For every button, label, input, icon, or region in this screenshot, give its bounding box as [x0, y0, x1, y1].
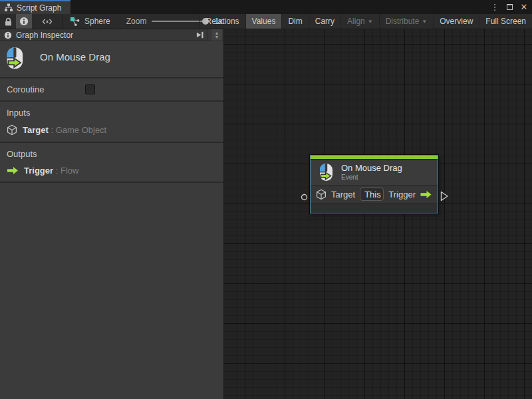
outputs-section: Outputs Trigger : Flow: [0, 143, 223, 183]
code-view-button[interactable]: [32, 14, 63, 29]
info-icon: [19, 17, 29, 26]
inputs-section: Inputs Target : Game Object: [0, 102, 223, 143]
node-footer: [311, 203, 438, 213]
graph-inspector-header: Graph Inspector ▲ ▼: [0, 29, 223, 41]
node-title: On Mouse Drag: [341, 163, 402, 174]
dock-right-icon: [196, 31, 204, 39]
info-icon: [4, 31, 12, 39]
panel-title: Graph Inspector: [16, 31, 189, 40]
input-port-definition: Target : Game Object: [7, 124, 217, 136]
context-label: Sphere: [84, 17, 110, 26]
inputs-heading: Inputs: [7, 108, 217, 118]
trigger-port[interactable]: Trigger: [388, 190, 432, 200]
chevron-down-icon: ▼: [422, 19, 427, 25]
carry-button[interactable]: Carry: [309, 14, 340, 29]
align-dropdown[interactable]: Align ▼: [340, 14, 379, 29]
target-value-chip[interactable]: This: [360, 188, 384, 201]
flow-arrow-icon: [420, 190, 432, 199]
lock-icon: [3, 17, 13, 27]
outputs-heading: Outputs: [7, 149, 217, 159]
toolbar-left-group: [0, 14, 63, 29]
tab-bar: Script Graph ⋮ ✕: [0, 0, 532, 14]
trigger-port-label: Trigger: [388, 190, 416, 200]
node-header[interactable]: On Mouse Drag Event: [311, 160, 438, 186]
inspector-toggle-button[interactable]: [16, 14, 32, 29]
graph-context-breadcrumb[interactable]: Sphere: [63, 14, 120, 29]
dim-button[interactable]: Dim: [281, 14, 308, 29]
panel-scroll-stepper[interactable]: ▲ ▼: [211, 29, 222, 41]
window-controls: ⋮ ✕: [489, 0, 529, 14]
coroutine-label: Coroutine: [7, 84, 85, 94]
inspector-empty-area: [0, 183, 223, 399]
coroutine-row: Coroutine: [0, 78, 223, 102]
zoom-label: Zoom: [126, 17, 147, 26]
script-graph-window: Script Graph ⋮ ✕: [0, 0, 532, 399]
input-connector-circle-icon[interactable]: [301, 194, 308, 201]
node-subtitle: Event: [341, 174, 402, 182]
chevron-down-icon: ▼: [368, 19, 373, 25]
coroutine-checkbox[interactable]: [85, 84, 95, 94]
close-icon[interactable]: ✕: [519, 2, 529, 13]
scroll-down-icon[interactable]: ▼: [215, 35, 219, 39]
fullscreen-button[interactable]: Full Screen: [479, 14, 532, 29]
dock-panel-button[interactable]: [193, 29, 207, 41]
hierarchy-graph-icon: [4, 3, 13, 12]
graph-canvas[interactable]: On Mouse Drag Event Target: [224, 29, 532, 399]
distribute-dropdown[interactable]: Distribute ▼: [379, 14, 434, 29]
game-object-cube-icon: [7, 124, 17, 136]
target-port-label: Target: [331, 190, 355, 200]
on-mouse-drag-node[interactable]: On Mouse Drag Event Target: [310, 155, 438, 213]
unit-title-section: On Mouse Drag: [0, 41, 223, 78]
target-value: This: [360, 190, 384, 200]
lock-button[interactable]: [0, 14, 16, 29]
output-port-definition: Trigger : Flow: [7, 166, 217, 176]
node-port-row: Target This Trigger: [311, 186, 438, 203]
window-menu-icon[interactable]: ⋮: [489, 2, 500, 13]
output-connector-triangle-icon[interactable]: [440, 191, 449, 201]
mouse-drag-icon: [5, 47, 25, 70]
mouse-drag-icon: [319, 163, 334, 182]
maximize-icon[interactable]: [504, 2, 515, 13]
values-button[interactable]: Values: [245, 14, 282, 29]
unit-title: On Mouse Drag: [40, 47, 110, 63]
graph-inspector-panel: Graph Inspector ▲ ▼: [0, 29, 224, 399]
overview-button[interactable]: Overview: [433, 14, 479, 29]
relations-button[interactable]: Relations: [200, 14, 245, 29]
graph-toolbar: Sphere Zoom 1x Relations Values Dim Carr…: [0, 14, 532, 29]
code-icon: [42, 17, 53, 26]
game-object-cube-icon: [316, 189, 327, 200]
flow-arrow-icon: [7, 166, 19, 175]
graph-network-icon: [70, 17, 80, 27]
toolbar-right-group: Relations Values Dim Carry Align ▼ Distr…: [200, 14, 532, 29]
tab-script-graph[interactable]: Script Graph: [0, 0, 70, 14]
tab-title: Script Graph: [17, 3, 61, 13]
